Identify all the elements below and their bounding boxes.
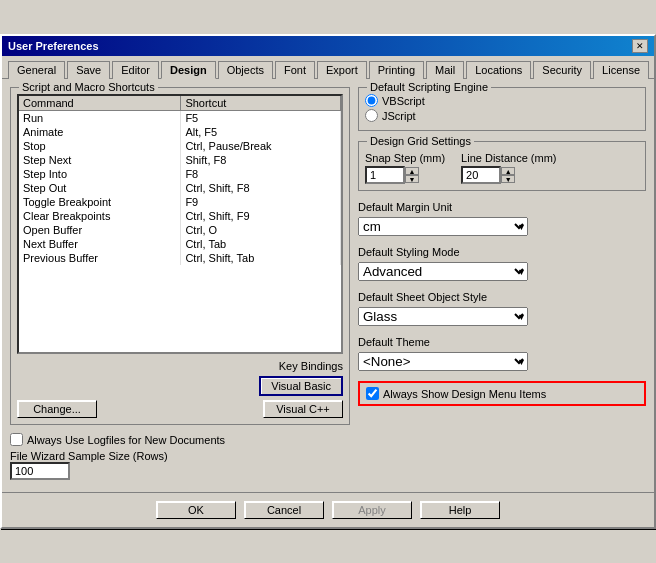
snap-step-group: Snap Step (mm) ▲ ▼ xyxy=(365,152,445,184)
file-wizard-section: File Wizard Sample Size (Rows) xyxy=(10,450,350,480)
close-button[interactable]: ✕ xyxy=(632,39,648,53)
table-row: Next BufferCtrl, Tab xyxy=(19,237,341,251)
file-wizard-label: File Wizard Sample Size (Rows) xyxy=(10,450,350,462)
script-shortcuts-group: Script and Macro Shortcuts Command Short… xyxy=(10,87,350,425)
line-distance-spinner-btns: ▲ ▼ xyxy=(501,167,515,183)
vbscript-row: VBScript xyxy=(365,94,639,107)
main-window: User Preferences ✕ General Save Editor D… xyxy=(0,34,656,529)
snap-step-up[interactable]: ▲ xyxy=(405,167,419,175)
tab-export[interactable]: Export xyxy=(317,61,367,79)
visual-cpp-button[interactable]: Visual C++ xyxy=(263,400,343,418)
visual-basic-button[interactable]: Visual Basic xyxy=(259,376,343,396)
footer: OK Cancel Apply Help xyxy=(2,492,654,527)
tab-font[interactable]: Font xyxy=(275,61,315,79)
script-shortcuts-title: Script and Macro Shortcuts xyxy=(19,81,158,93)
file-wizard-input[interactable] xyxy=(10,462,70,480)
always-show-design-checkbox[interactable] xyxy=(366,387,379,400)
shortcuts-table-container[interactable]: Command Shortcut RunF5AnimateAlt, F5Stop… xyxy=(17,94,343,354)
cancel-button[interactable]: Cancel xyxy=(244,501,324,519)
sheet-object-select[interactable]: Glass xyxy=(358,307,528,326)
tab-editor[interactable]: Editor xyxy=(112,61,159,79)
jscript-label: JScript xyxy=(382,110,416,122)
grid-settings-title: Design Grid Settings xyxy=(367,135,474,147)
logfiles-checkbox[interactable] xyxy=(10,433,23,446)
change-button[interactable]: Change... xyxy=(17,400,97,418)
sheet-object-label: Default Sheet Object Style xyxy=(358,291,646,303)
tab-save[interactable]: Save xyxy=(67,61,110,79)
snap-step-spinner-btns: ▲ ▼ xyxy=(405,167,419,183)
table-row: RunF5 xyxy=(19,111,341,126)
line-distance-down[interactable]: ▼ xyxy=(501,175,515,183)
tab-printing[interactable]: Printing xyxy=(369,61,424,79)
tab-objects[interactable]: Objects xyxy=(218,61,273,79)
vbscript-radio[interactable] xyxy=(365,94,378,107)
snap-step-label: Snap Step (mm) xyxy=(365,152,445,164)
logfiles-label: Always Use Logfiles for New Documents xyxy=(27,434,225,446)
shortcuts-button-row: Change... Key Bindings Visual Basic Visu… xyxy=(17,360,343,418)
theme-select[interactable]: <None> xyxy=(358,352,528,371)
table-row: Step IntoF8 xyxy=(19,167,341,181)
scripting-engine-group: Default Scripting Engine VBScript JScrip… xyxy=(358,87,646,131)
table-row: Toggle BreakpointF9 xyxy=(19,195,341,209)
left-panel: Script and Macro Shortcuts Command Short… xyxy=(10,87,350,480)
styling-mode-label: Default Styling Mode xyxy=(358,246,646,258)
snap-step-input[interactable] xyxy=(365,166,405,184)
key-bindings-label: Key Bindings xyxy=(279,360,343,372)
styling-mode-dropdown-wrapper: Advanced ▼ xyxy=(358,262,528,281)
main-content: Script and Macro Shortcuts Command Short… xyxy=(2,79,654,488)
col-command: Command xyxy=(19,96,181,111)
grid-settings-group: Design Grid Settings Snap Step (mm) ▲ ▼ xyxy=(358,141,646,191)
margin-unit-dropdown-wrapper: cm ▼ xyxy=(358,217,528,236)
always-show-design-label: Always Show Design Menu Items xyxy=(383,388,546,400)
table-row: AnimateAlt, F5 xyxy=(19,125,341,139)
tab-locations[interactable]: Locations xyxy=(466,61,531,79)
theme-dropdown-wrapper: <None> ▼ xyxy=(358,352,528,371)
sheet-object-dropdown-wrapper: Glass ▼ xyxy=(358,307,528,326)
jscript-radio[interactable] xyxy=(365,109,378,122)
title-bar-controls: ✕ xyxy=(632,39,648,53)
logfiles-row: Always Use Logfiles for New Documents xyxy=(10,433,350,446)
table-row: Step NextShift, F8 xyxy=(19,153,341,167)
table-row: StopCtrl, Pause/Break xyxy=(19,139,341,153)
vbscript-label: VBScript xyxy=(382,95,425,107)
margin-unit-select[interactable]: cm xyxy=(358,217,528,236)
margin-unit-section: Default Margin Unit cm ▼ xyxy=(358,201,646,236)
line-distance-input[interactable] xyxy=(461,166,501,184)
always-show-design-row: Always Show Design Menu Items xyxy=(358,381,646,406)
ok-button[interactable]: OK xyxy=(156,501,236,519)
table-row: Step OutCtrl, Shift, F8 xyxy=(19,181,341,195)
tab-design[interactable]: Design xyxy=(161,61,216,79)
styling-mode-select[interactable]: Advanced xyxy=(358,262,528,281)
apply-button[interactable]: Apply xyxy=(332,501,412,519)
tab-bar: General Save Editor Design Objects Font … xyxy=(2,56,654,79)
title-bar: User Preferences ✕ xyxy=(2,36,654,56)
snap-step-down[interactable]: ▼ xyxy=(405,175,419,183)
window-title: User Preferences xyxy=(8,40,99,52)
right-panel: Default Scripting Engine VBScript JScrip… xyxy=(358,87,646,480)
sheet-object-section: Default Sheet Object Style Glass ▼ xyxy=(358,291,646,326)
styling-mode-section: Default Styling Mode Advanced ▼ xyxy=(358,246,646,281)
tab-mail[interactable]: Mail xyxy=(426,61,464,79)
grid-settings-row: Snap Step (mm) ▲ ▼ Line Distance (mm) xyxy=(365,152,639,184)
snap-step-spinner: ▲ ▼ xyxy=(365,166,445,184)
table-row: Open BufferCtrl, O xyxy=(19,223,341,237)
theme-label: Default Theme xyxy=(358,336,646,348)
margin-unit-label: Default Margin Unit xyxy=(358,201,646,213)
line-distance-label: Line Distance (mm) xyxy=(461,152,556,164)
tab-general[interactable]: General xyxy=(8,61,65,79)
tab-license[interactable]: License xyxy=(593,61,649,79)
line-distance-up[interactable]: ▲ xyxy=(501,167,515,175)
key-bindings-group: Key Bindings Visual Basic Visual C++ xyxy=(259,360,343,418)
help-button[interactable]: Help xyxy=(420,501,500,519)
line-distance-group: Line Distance (mm) ▲ ▼ xyxy=(461,152,556,184)
col-shortcut: Shortcut xyxy=(181,96,341,111)
table-row: Previous BufferCtrl, Shift, Tab xyxy=(19,251,341,265)
shortcuts-table: Command Shortcut RunF5AnimateAlt, F5Stop… xyxy=(19,96,341,265)
theme-section: Default Theme <None> ▼ xyxy=(358,336,646,371)
table-row: Clear BreakpointsCtrl, Shift, F9 xyxy=(19,209,341,223)
scripting-engine-title: Default Scripting Engine xyxy=(367,81,491,93)
tab-security[interactable]: Security xyxy=(533,61,591,79)
jscript-row: JScript xyxy=(365,109,639,122)
line-distance-spinner: ▲ ▼ xyxy=(461,166,556,184)
